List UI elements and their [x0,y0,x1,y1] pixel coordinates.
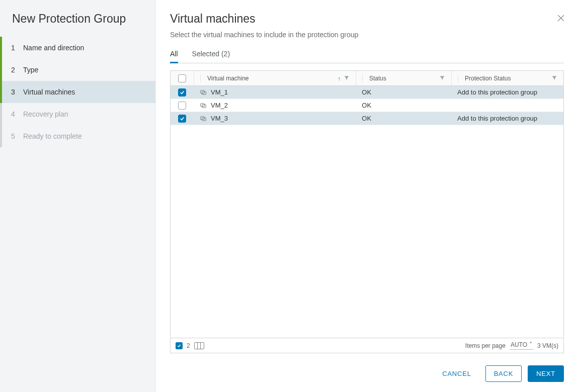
selected-count: 2 [187,342,190,349]
wizard-footer: CANCEL BACK NEXT [170,353,564,382]
col-status-label: Status [369,75,438,82]
vm-icon [200,89,207,96]
table-row[interactable]: VM_3OKAdd to this protection group [171,112,563,125]
col-protection-label: Protection Status [465,75,550,82]
wizard-step-1[interactable]: 1Name and direction [0,37,155,59]
step-label: Type [23,66,38,74]
filter-icon[interactable] [344,75,350,82]
vm-icon [200,102,207,109]
wizard-main: Virtual machines Select the virtual mach… [156,0,578,392]
step-number: 1 [11,44,23,52]
vm-protection: Add to this protection group [457,88,537,96]
select-all-checkbox[interactable] [178,74,186,82]
svg-rect-5 [202,105,206,108]
row-checkbox[interactable] [178,88,186,96]
row-checkbox[interactable] [178,115,186,123]
items-per-page-label: Items per page [465,342,506,349]
step-number: 4 [11,110,23,118]
table-footer: 2 Items per page AUTO ˄ 3 VM(s) [171,338,563,353]
vm-table: Virtual machine ↑ Status [170,70,564,353]
tab-selected[interactable]: Selected (2) [192,48,230,63]
tabs: All Selected (2) [170,48,564,63]
wizard-step-5: 5Ready to complete [0,125,155,147]
svg-rect-2 [201,90,205,93]
wizard-step-3[interactable]: 3Virtual machines [0,81,155,103]
column-settings-icon[interactable] [194,342,204,349]
filter-icon[interactable] [439,75,445,82]
vm-status: OK [362,102,371,109]
table-row[interactable]: VM_2OK [171,99,563,112]
tab-all[interactable]: All [170,48,178,63]
wizard-title: New Protection Group [0,12,155,37]
vm-icon [200,115,207,122]
chevron-up-icon: ˄ [529,341,532,348]
filter-icon[interactable] [551,75,557,82]
vm-status: OK [362,88,371,96]
svg-rect-4 [201,103,205,106]
table-row[interactable]: VM_1OKAdd to this protection group [171,86,563,99]
step-number: 3 [11,88,23,96]
row-checkbox[interactable] [178,102,186,110]
svg-rect-7 [202,118,206,121]
page-subtitle: Select the virtual machines to include i… [170,31,564,39]
vm-name: VM_1 [211,88,228,96]
step-label: Recovery plan [23,110,68,118]
table-header: Virtual machine ↑ Status [171,71,563,86]
vm-protection: Add to this protection group [457,115,537,122]
col-vm-label: Virtual machine [207,75,337,82]
items-per-page-value: AUTO [511,341,527,348]
items-per-page-select[interactable]: AUTO ˄ [510,341,533,350]
wizard-step-4: 4Recovery plan [0,103,155,125]
step-number: 2 [11,66,23,74]
vm-name: VM_3 [211,115,228,122]
page-title: Virtual machines [170,12,564,26]
step-label: Virtual machines [23,88,75,96]
step-label: Ready to complete [23,132,82,140]
step-number: 5 [11,132,23,140]
sort-asc-icon[interactable]: ↑ [338,75,341,81]
back-button[interactable]: BACK [485,365,522,382]
vm-name: VM_2 [211,102,228,109]
total-count: 3 VM(s) [537,342,558,349]
next-button[interactable]: NEXT [528,365,564,382]
vm-status: OK [362,115,371,122]
cancel-button[interactable]: CANCEL [434,365,479,382]
wizard-steps: 1Name and direction2Type3Virtual machine… [0,37,155,147]
svg-rect-6 [201,116,205,119]
wizard-step-2[interactable]: 2Type [0,59,155,81]
wizard-sidebar: New Protection Group 1Name and direction… [0,0,156,392]
table-body: VM_1OKAdd to this protection groupVM_2OK… [171,86,563,338]
selected-count-badge-icon [176,342,183,349]
svg-rect-3 [202,91,206,94]
close-icon[interactable] [556,13,566,23]
step-label: Name and direction [23,44,84,52]
